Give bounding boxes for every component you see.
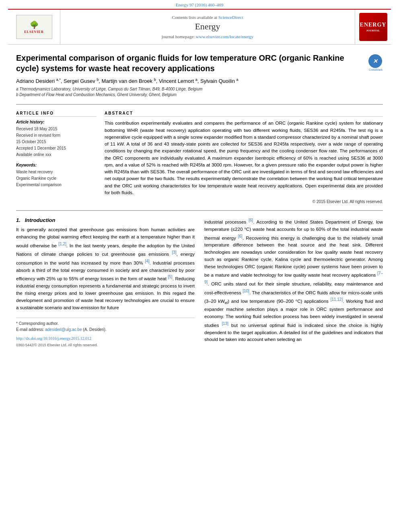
author-sup-a: a,*	[56, 78, 61, 82]
keywords-list: Waste heat recovery Organic Rankine cycl…	[16, 169, 97, 188]
keyword-3: Experimental comparison	[16, 182, 97, 188]
cite-4[interactable]: [4]	[145, 259, 149, 263]
cite-11-12[interactable]: [11,12]	[331, 297, 343, 302]
section-number: 1.	[16, 217, 21, 223]
issn-line: 0360-5442/© 2015 Elsevier Ltd. All right…	[16, 343, 195, 347]
journal-header: 🌳 ELSEVIER Contents lists available at S…	[8, 9, 391, 45]
keyword-1: Waste heat recovery	[16, 169, 97, 175]
keywords-title: Keywords:	[16, 163, 97, 167]
history-label: Article history:	[16, 120, 97, 124]
article-info-heading: ARTICLE INFO	[16, 111, 97, 117]
elsevier-logo-section: 🌳 ELSEVIER	[8, 10, 60, 44]
keyword-2: Organic Rankine cycle	[16, 175, 97, 182]
energy-badge-section: ENERGY JOURNAL	[355, 10, 391, 44]
received-date: Received 18 May 2015	[16, 126, 97, 132]
author-sup-a2: a	[195, 78, 197, 82]
doi-line: http://dx.doi.org/10.1016/j.energy.2015.…	[16, 335, 195, 341]
corresponding-author-note: * Corresponding author.	[16, 320, 195, 327]
journal-center: Contents lists available at ScienceDirec…	[60, 10, 355, 44]
author-email[interactable]: adesideri@ulg.ac.be	[45, 327, 82, 332]
abstract-text: This contribution experimentally evaluat…	[105, 120, 383, 196]
affiliation-b: b Department of Flow Heat and Combustion…	[16, 92, 383, 98]
right-column: ABSTRACT This contribution experimentall…	[105, 111, 383, 204]
body-right-column: industrial processes [6]. According to t…	[204, 217, 383, 347]
online-date: Available online xxx	[16, 152, 97, 158]
homepage-link[interactable]: www.elsevier.com/locate/energy	[196, 34, 253, 39]
doi-link[interactable]: http://dx.doi.org/10.1016/j.energy.2015.…	[16, 336, 91, 341]
divider-2	[16, 210, 383, 211]
author-sup-a3: a	[237, 78, 239, 82]
email-suffix: (A. Desideri).	[83, 327, 106, 332]
intro-paragraph-1: It is generally accepted that greenhouse…	[16, 226, 195, 311]
copyright-text: © 2015 Elsevier Ltd. All rights reserved…	[105, 199, 383, 204]
sciencedirect-line: Contents lists available at ScienceDirec…	[172, 15, 243, 20]
crossmark-icon: ✕	[368, 54, 382, 68]
article-title-section: Experimental comparison of organic fluid…	[16, 53, 383, 74]
revised-label: Received in revised form	[16, 132, 97, 139]
energy-badge: ENERGY JOURNAL	[359, 13, 387, 41]
email-line: E-mail address: adesideri@ulg.ac.be (A. …	[16, 327, 195, 333]
cite-6a[interactable]: [6]	[249, 218, 253, 222]
elsevier-box: 🌳 ELSEVIER	[16, 15, 52, 39]
article-info-abstract: ARTICLE INFO Article history: Received 1…	[16, 111, 383, 204]
homepage-label: journal homepage:	[162, 34, 195, 39]
cite-10[interactable]: [10]	[243, 289, 249, 293]
cite-5[interactable]: [5]	[168, 275, 173, 279]
footer-section: * Corresponding author. E-mail address: …	[16, 318, 195, 347]
crossmark-label: CrossMark	[368, 68, 383, 71]
author-sup-b1: b	[97, 78, 99, 82]
body-content: 1. Introduction It is generally accepted…	[16, 217, 383, 347]
cite-1-2[interactable]: [1,2]	[59, 242, 66, 246]
journal-homepage-line: journal homepage: www.elsevier.com/locat…	[162, 34, 253, 39]
left-column: ARTICLE INFO Article history: Received 1…	[16, 111, 97, 204]
elsevier-tree-icon: 🌳	[30, 21, 39, 29]
divider-1	[16, 104, 383, 105]
article-history-block: Article history: Received 18 May 2015 Re…	[16, 120, 97, 158]
section-title-text: Introduction	[25, 217, 56, 223]
crossmark-badge: ✕ CrossMark	[368, 54, 383, 69]
corresponding-label: * Corresponding author.	[16, 321, 59, 326]
affiliations: a Thermodynamics Laboratory, University …	[16, 86, 383, 98]
email-label: E-mail address:	[16, 327, 44, 332]
intro-heading: 1. Introduction	[16, 217, 195, 223]
affiliation-a: a Thermodynamics Laboratory, University …	[16, 86, 383, 92]
abstract-heading: ABSTRACT	[105, 111, 383, 117]
energy-badge-title: ENERGY	[360, 22, 387, 28]
cite-7-9[interactable]: [7–9]	[204, 271, 383, 284]
main-content: Experimental comparison of organic fluid…	[0, 45, 399, 355]
sciencedirect-label: Contents lists available at	[172, 15, 217, 20]
cite-13[interactable]: [13]	[222, 321, 228, 326]
sciencedirect-link[interactable]: ScienceDirect	[218, 15, 243, 20]
author-sup-b2: b	[154, 78, 156, 82]
keywords-block: Keywords: Waste heat recovery Organic Ra…	[16, 163, 97, 188]
revised-date: 15 October 2015	[16, 139, 97, 145]
citation-text: Energy 97 (2016) 460–469	[176, 2, 224, 7]
journal-name: Energy	[195, 21, 220, 32]
cite-3[interactable]: [3]	[172, 250, 176, 255]
intro-paragraph-2: industrial processes [6]. According to t…	[204, 217, 383, 343]
energy-badge-subtitle: JOURNAL	[366, 29, 380, 32]
cite-6b[interactable]: [6]	[238, 234, 243, 238]
article-dates: Received 18 May 2015 Received in revised…	[16, 126, 97, 158]
article-title: Experimental comparison of organic fluid…	[16, 53, 364, 74]
journal-citation: Energy 97 (2016) 460–469	[0, 0, 399, 9]
body-left-column: 1. Introduction It is generally accepted…	[16, 217, 195, 347]
accepted-date: Accepted 1 December 2015	[16, 145, 97, 152]
authors-line: Adriano Desideri a,*, Sergei Gusev b, Ma…	[16, 78, 383, 84]
elsevier-label: ELSEVIER	[24, 30, 43, 34]
